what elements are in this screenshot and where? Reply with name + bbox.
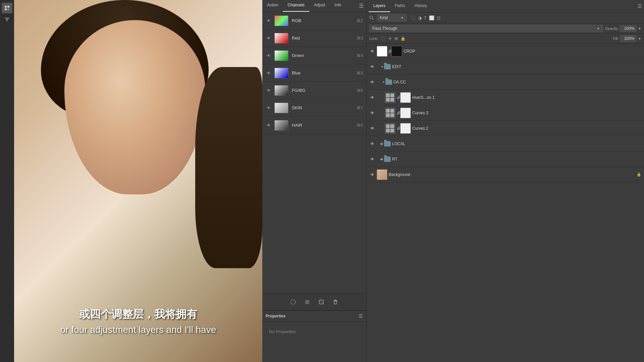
layers-tab-menu[interactable]: ☰ <box>638 3 642 9</box>
canvas-area: 或四个调整层，我将拥有 or four adjustment layers an… <box>14 0 262 362</box>
tab-action[interactable]: Action <box>262 0 283 12</box>
layer-edit-folder[interactable]: 👁 ▾ EDIT <box>367 59 644 74</box>
channel-blue-eye[interactable]: 👁 <box>266 70 272 76</box>
channel-skin-thumb <box>274 103 288 113</box>
layer-edit-name: EDIT <box>392 64 641 69</box>
channel-red-eye[interactable]: 👁 <box>266 35 272 41</box>
tab-info[interactable]: Info <box>330 0 346 12</box>
layer-rt-eye[interactable]: 👁 <box>369 156 375 162</box>
layers-mode-row: Pass Through ▼ Opacity: 100% ▼ <box>367 23 644 34</box>
tab-adjust[interactable]: Adjust <box>309 0 330 12</box>
shape-filter-icon[interactable]: ⬜ <box>428 15 435 21</box>
channel-skin-shortcut: ⌘7 <box>357 106 363 110</box>
layer-local-folder-icon <box>384 141 391 146</box>
channel-rgb-eye[interactable]: 👁 <box>266 18 272 24</box>
channel-blue-name: Blue <box>292 70 357 75</box>
channel-hair[interactable]: 👁 HAIR ⌘8 <box>262 117 366 134</box>
filter-tool[interactable] <box>2 14 12 25</box>
layer-local-expand[interactable]: ▶ <box>380 142 384 146</box>
channel-composite-btn[interactable] <box>303 298 312 306</box>
no-properties-text: No Properties <box>269 329 296 334</box>
channel-rgb[interactable]: 👁 RGB ⌘2 <box>262 12 366 29</box>
layer-oa-cc-folder[interactable]: 👁 ▾ OA CC <box>367 74 644 90</box>
channel-skin[interactable]: 👁 SKIN ⌘7 <box>262 99 366 117</box>
channel-skin-eye[interactable]: 👁 <box>266 105 272 111</box>
layers-tabs: Layers Paths History ☰ <box>367 0 644 12</box>
layer-edit-eye[interactable]: 👁 <box>369 64 375 70</box>
lock-pixels-icon[interactable]: ⬛ <box>380 36 386 42</box>
layer-background[interactable]: 👁 Background 🔒 <box>367 167 644 182</box>
channel-green[interactable]: 👁 Green ⌘4 <box>262 47 366 64</box>
channel-red[interactable]: 👁 Red ⌘3 <box>262 29 366 47</box>
layer-oa-expand[interactable]: ▾ <box>381 80 385 84</box>
layer-crop-thumb-main <box>377 46 387 57</box>
svg-line-13 <box>372 18 374 20</box>
channel-blue-shortcut: ⌘5 <box>357 71 363 75</box>
layer-crop-eye[interactable]: 👁 <box>369 48 375 54</box>
channel-fgbg-eye[interactable]: 👁 <box>266 87 272 94</box>
layer-curves2-eye[interactable]: 👁 <box>369 125 375 131</box>
pixel-filter-icon[interactable]: ⬛ <box>410 15 416 21</box>
lock-all-icon[interactable]: 🔒 <box>400 36 406 42</box>
channel-fgbg[interactable]: 👁 FG/BG ⌘6 <box>262 82 366 99</box>
opacity-value[interactable]: 100% <box>620 25 637 32</box>
channel-fgbg-shortcut: ⌘6 <box>357 88 363 93</box>
properties-title: Properties <box>266 314 285 318</box>
channel-footer <box>262 293 366 310</box>
channel-green-eye[interactable]: 👁 <box>266 53 272 59</box>
channel-blue[interactable]: 👁 Blue ⌘5 <box>262 64 366 82</box>
channels-tool[interactable] <box>2 3 12 13</box>
lock-artboard-icon[interactable]: ⊞ <box>394 36 398 42</box>
layer-edit-expand[interactable]: ▾ <box>380 65 384 69</box>
layer-curves2[interactable]: 👁 🔗 Curves 2 <box>367 121 644 136</box>
layer-curves2-mask <box>400 123 411 134</box>
channel-delete-btn[interactable] <box>331 298 340 306</box>
layers-kind-row: Kind ▼ ⬛ ◑ T ⬜ ⊡ <box>367 12 644 23</box>
layer-curves3-eye[interactable]: 👁 <box>369 110 375 116</box>
svg-rect-1 <box>7 6 9 8</box>
search-icon <box>369 15 374 20</box>
channels-panel-tabs: Action Channels Adjust Info ☰ <box>262 0 366 12</box>
channels-panel-menu[interactable]: ☰ <box>356 0 366 12</box>
tab-paths[interactable]: Paths <box>390 0 410 12</box>
fill-label: Fill: <box>613 37 619 41</box>
channel-mask-btn[interactable] <box>317 298 326 306</box>
channel-green-name: Green <box>292 53 357 58</box>
layer-oa-cc-eye[interactable]: 👁 <box>369 79 375 85</box>
mode-dropdown[interactable]: Pass Through ▼ <box>369 25 603 32</box>
layer-rt-expand[interactable]: ▶ <box>380 157 384 161</box>
tab-channels[interactable]: Channels <box>283 0 309 12</box>
fill-value[interactable]: 100% <box>620 35 637 42</box>
channel-rgb-name: RGB <box>292 18 357 23</box>
layer-crop[interactable]: 👁 🔗 CROP <box>367 44 644 59</box>
layer-huesat1[interactable]: 👁 🔗 Hue/S...on 1 <box>367 90 644 105</box>
tab-layers[interactable]: Layers <box>369 0 390 12</box>
layer-local-eye[interactable]: 👁 <box>369 141 375 147</box>
type-filter-icon[interactable]: T <box>423 15 427 21</box>
channel-selection-btn[interactable] <box>289 298 298 306</box>
layer-background-lock: 🔒 <box>637 172 641 177</box>
tab-history[interactable]: History <box>410 0 432 12</box>
layer-local-folder[interactable]: 👁 ▶ LOCAL <box>367 136 644 152</box>
properties-menu[interactable]: ☰ <box>359 313 363 319</box>
layer-background-eye[interactable]: 👁 <box>369 172 375 178</box>
layer-rt-folder[interactable]: 👁 ▶ RT <box>367 152 644 167</box>
layer-crop-mask-thumb <box>391 46 402 57</box>
layer-edit-folder-icon <box>384 64 391 69</box>
channel-blue-thumb <box>274 68 288 78</box>
smartobj-filter-icon[interactable]: ⊡ <box>436 15 441 21</box>
adj-filter-icon[interactable]: ◑ <box>417 15 422 21</box>
kind-dropdown[interactable]: Kind ▼ <box>377 14 407 21</box>
channel-rgb-shortcut: ⌘2 <box>357 18 363 23</box>
lock-position-icon[interactable]: ✛ <box>388 36 392 42</box>
layer-huesat1-eye[interactable]: 👁 <box>369 95 375 101</box>
channel-fgbg-thumb <box>274 85 288 96</box>
channel-hair-eye[interactable]: 👁 <box>266 122 272 128</box>
properties-panel: Properties ☰ No Properties <box>262 310 366 362</box>
layer-curves3[interactable]: 👁 🔗 Curves 3 <box>367 105 644 121</box>
properties-header: Properties ☰ <box>262 311 366 322</box>
svg-rect-2 <box>5 8 7 10</box>
layer-local-name: LOCAL <box>392 141 641 146</box>
curves2-chain: 🔗 <box>397 126 400 130</box>
mode-dropdown-arrow: ▼ <box>597 27 600 31</box>
